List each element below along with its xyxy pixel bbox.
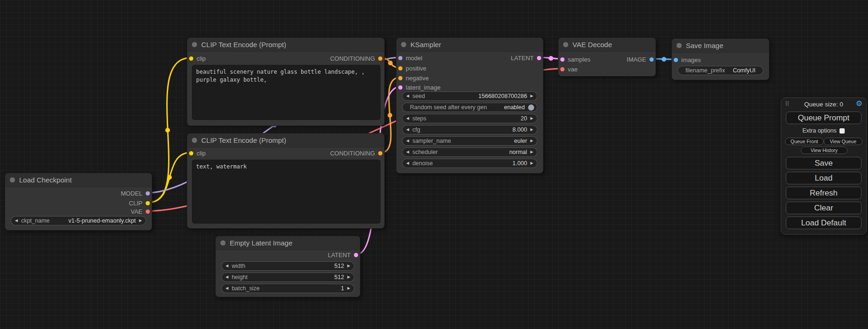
input-slot-images[interactable]: images xyxy=(674,56,701,64)
vae-port[interactable] xyxy=(560,67,565,71)
latent-port[interactable] xyxy=(560,57,565,62)
save-button[interactable]: Save xyxy=(786,157,861,169)
collapse-dot-icon[interactable] xyxy=(192,42,197,47)
node-title-bar[interactable]: VAE Decode xyxy=(558,38,656,52)
model-port[interactable] xyxy=(398,56,402,60)
conditioning-port[interactable] xyxy=(378,151,382,155)
node-canvas[interactable]: Load Checkpoint MODEL CLIP VAE ◀ ckpt_na… xyxy=(0,0,868,329)
toggle-ball-icon[interactable] xyxy=(528,105,534,111)
collapse-dot-icon[interactable] xyxy=(401,42,406,47)
node-title-bar[interactable]: CLIP Text Encode (Prompt) xyxy=(187,133,384,147)
arrow-left-icon[interactable]: ◀ xyxy=(226,264,228,268)
height-widget[interactable]: ◀ height 512 ▶ xyxy=(221,273,354,282)
sampler-name-widget[interactable]: ◀ sampler_name euler ▶ xyxy=(402,136,537,146)
output-slot-latent[interactable]: LATENT xyxy=(511,54,541,62)
node-title-bar[interactable]: KSampler xyxy=(396,38,543,52)
clip-port[interactable] xyxy=(189,151,193,155)
input-slot-latent-image[interactable]: latent_image xyxy=(398,84,440,91)
prompt-textarea[interactable]: beautiful scenery nature glass bottle la… xyxy=(192,65,381,120)
image-port[interactable] xyxy=(649,57,654,62)
vae-port[interactable] xyxy=(146,210,150,214)
collapse-dot-icon[interactable] xyxy=(677,43,682,48)
batch-size-widget[interactable]: ◀ batch_size 1 ▶ xyxy=(221,284,354,293)
scheduler-widget[interactable]: ◀ scheduler normal ▶ xyxy=(402,147,537,157)
input-slot-samples[interactable]: samples xyxy=(560,56,590,63)
conditioning-port[interactable] xyxy=(378,56,382,61)
arrow-left-icon[interactable]: ◀ xyxy=(406,161,409,165)
load-button[interactable]: Load xyxy=(786,172,861,184)
arrow-right-icon[interactable]: ▶ xyxy=(139,219,142,223)
node-empty-latent-image[interactable]: Empty Latent Image LATENT ◀ width 512 ▶ … xyxy=(215,236,360,297)
latent-port[interactable] xyxy=(398,85,402,90)
width-widget[interactable]: ◀ width 512 ▶ xyxy=(221,261,354,271)
arrow-left-icon[interactable]: ◀ xyxy=(406,117,409,120)
load-default-button[interactable]: Load Default xyxy=(786,217,861,229)
clip-port[interactable] xyxy=(189,56,193,61)
arrow-left-icon[interactable]: ◀ xyxy=(406,150,409,154)
node-load-checkpoint[interactable]: Load Checkpoint MODEL CLIP VAE ◀ ckpt_na… xyxy=(5,173,152,231)
node-save-image[interactable]: Save Image images filename_prefix ComfyU… xyxy=(671,38,769,80)
collapse-dot-icon[interactable] xyxy=(563,42,568,47)
ckpt-name-widget[interactable]: ◀ ckpt_name v1-5-pruned-emaonly.ckpt ▶ xyxy=(11,216,146,225)
output-slot-clip[interactable]: CLIP xyxy=(129,199,150,207)
seed-widget[interactable]: ◀ seed 156680208700286 ▶ xyxy=(402,91,537,101)
cfg-widget[interactable]: ◀ cfg 8.000 ▶ xyxy=(402,125,537,134)
output-slot-conditioning[interactable]: CONDITIONING xyxy=(330,55,382,63)
image-port[interactable] xyxy=(674,58,678,62)
view-queue-button[interactable]: View Queue xyxy=(824,138,862,145)
denoise-widget[interactable]: ◀ denoise 1.000 ▶ xyxy=(402,159,537,168)
arrow-right-icon[interactable]: ▶ xyxy=(530,117,533,120)
output-slot-model[interactable]: MODEL xyxy=(121,189,150,197)
latent-port[interactable] xyxy=(537,56,541,60)
filename-prefix-widget[interactable]: filename_prefix ComfyUI xyxy=(677,66,763,75)
arrow-right-icon[interactable]: ▶ xyxy=(347,287,350,290)
gear-icon[interactable]: ⚙ xyxy=(856,100,862,107)
node-clip-text-encode-negative[interactable]: CLIP Text Encode (Prompt) clip CONDITION… xyxy=(187,133,385,229)
arrow-right-icon[interactable]: ▶ xyxy=(530,139,533,143)
node-title-bar[interactable]: Empty Latent Image xyxy=(216,236,360,250)
clear-button[interactable]: Clear xyxy=(786,202,861,214)
steps-widget[interactable]: ◀ steps 20 ▶ xyxy=(402,114,537,123)
arrow-right-icon[interactable]: ▶ xyxy=(530,128,533,132)
output-slot-conditioning[interactable]: CONDITIONING xyxy=(330,149,382,157)
output-slot-image[interactable]: IMAGE xyxy=(627,56,654,63)
node-title-bar[interactable]: Load Checkpoint xyxy=(5,173,152,187)
refresh-button[interactable]: Refresh xyxy=(786,187,861,199)
output-slot-vae[interactable]: VAE xyxy=(131,208,150,216)
node-title-bar[interactable]: CLIP Text Encode (Prompt) xyxy=(187,38,384,52)
input-slot-clip[interactable]: clip xyxy=(189,149,206,157)
view-history-button[interactable]: View History xyxy=(801,147,847,154)
arrow-right-icon[interactable]: ▶ xyxy=(530,161,533,165)
queue-prompt-button[interactable]: Queue Prompt xyxy=(786,112,861,124)
input-slot-positive[interactable]: positive xyxy=(398,64,426,72)
extra-options-checkbox[interactable] xyxy=(840,128,845,133)
model-port[interactable] xyxy=(146,191,150,196)
clip-port[interactable] xyxy=(146,201,150,205)
arrow-right-icon[interactable]: ▶ xyxy=(530,94,533,98)
arrow-left-icon[interactable]: ◀ xyxy=(226,287,228,290)
arrow-right-icon[interactable]: ▶ xyxy=(347,275,350,279)
node-title-bar[interactable]: Save Image xyxy=(672,39,769,53)
input-slot-vae[interactable]: vae xyxy=(560,65,578,73)
arrow-left-icon[interactable]: ◀ xyxy=(226,275,228,279)
arrow-left-icon[interactable]: ◀ xyxy=(15,219,18,223)
random-seed-toggle-widget[interactable]: Random seed after every gen enabled xyxy=(402,103,537,112)
node-ksampler[interactable]: KSampler model positive negative latent_… xyxy=(396,37,543,174)
node-clip-text-encode-positive[interactable]: CLIP Text Encode (Prompt) clip CONDITION… xyxy=(187,37,385,126)
arrow-right-icon[interactable]: ▶ xyxy=(530,150,533,154)
input-slot-negative[interactable]: negative xyxy=(398,74,429,82)
arrow-right-icon[interactable]: ▶ xyxy=(347,264,350,268)
latent-port[interactable] xyxy=(354,253,358,257)
queue-panel[interactable]: ⠿ Queue size: 0 ⚙ Queue Prompt Extra opt… xyxy=(781,98,867,235)
input-slot-model[interactable]: model xyxy=(398,54,422,62)
output-slot-latent[interactable]: LATENT xyxy=(328,251,358,259)
arrow-left-icon[interactable]: ◀ xyxy=(406,128,409,132)
collapse-dot-icon[interactable] xyxy=(220,240,226,245)
node-vae-decode[interactable]: VAE Decode samples vae IMAGE xyxy=(558,37,656,77)
arrow-left-icon[interactable]: ◀ xyxy=(406,139,409,143)
conditioning-port[interactable] xyxy=(398,76,402,80)
conditioning-port[interactable] xyxy=(398,66,402,70)
prompt-textarea[interactable]: text, watermark xyxy=(192,160,381,224)
input-slot-clip[interactable]: clip xyxy=(189,55,206,63)
collapse-dot-icon[interactable] xyxy=(192,138,197,143)
